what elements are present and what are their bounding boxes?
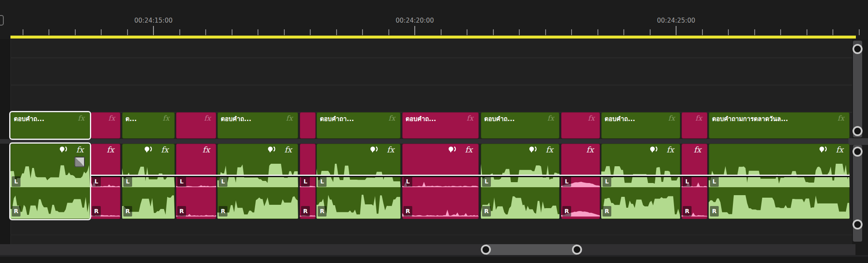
audio-channel-divider <box>10 176 850 177</box>
audio-clip[interactable]: fxLR <box>176 144 216 219</box>
channel-right-badge: R <box>562 206 571 217</box>
fx-badge[interactable]: fx <box>694 145 701 154</box>
audio-clip[interactable]: fxLR <box>402 144 479 219</box>
video-scroll-handle-bottom[interactable] <box>853 126 863 136</box>
fx-badge[interactable]: fx <box>467 114 473 122</box>
scrollbar-splitter[interactable] <box>848 138 868 145</box>
minor-tick <box>702 29 703 35</box>
clip-indicator-badge <box>74 157 85 167</box>
audio-clip[interactable]: fxLR <box>481 144 559 219</box>
audio-clip[interactable]: fxLR <box>709 144 850 219</box>
video-clip[interactable]: fx <box>91 112 120 139</box>
video-clip[interactable] <box>300 112 316 139</box>
video-vertical-scrollbar[interactable] <box>853 41 862 137</box>
video-clip[interactable]: fx <box>561 112 600 139</box>
fx-badge[interactable]: fx <box>78 114 84 122</box>
video-clip-label: ตอบคำถ... <box>221 114 251 124</box>
video-clip[interactable]: ตอบคำถ...fx <box>402 112 479 139</box>
minor-tick <box>623 29 624 35</box>
horizontal-scrollbar-track[interactable] <box>0 244 855 255</box>
speech-audio-icon <box>144 146 153 153</box>
track-divider-line <box>10 57 852 58</box>
audio-clip[interactable]: fxLR <box>682 144 707 219</box>
time-ruler[interactable]: 00:24:15:0000:24:20:0000:24:25:00 <box>0 0 868 39</box>
video-clip[interactable]: fx <box>682 112 707 139</box>
video-clip[interactable]: fx <box>176 112 216 139</box>
fx-badge[interactable]: fx <box>284 145 292 154</box>
fx-badge[interactable]: fx <box>836 145 843 154</box>
video-clip[interactable]: ตอบคำถ...fx <box>10 112 90 139</box>
fx-badge[interactable]: fx <box>668 114 675 122</box>
fx-badge[interactable]: fx <box>286 114 293 122</box>
fx-badge[interactable]: fx <box>107 145 114 154</box>
minor-tick <box>832 29 833 35</box>
video-clip[interactable]: ตอบคำถ...fx <box>481 112 559 139</box>
channel-right-badge: R <box>92 206 101 217</box>
track-divider-line <box>10 235 852 235</box>
channel-right-badge: R <box>123 206 132 217</box>
minor-tick <box>127 29 128 35</box>
fx-badge[interactable]: fx <box>76 145 84 154</box>
audio-scroll-handle-top[interactable] <box>853 147 863 157</box>
audio-scroll-handle-bottom[interactable] <box>853 219 863 229</box>
video-clip-label: ตอบคำถามการตลาดวันล... <box>712 114 788 124</box>
channel-right-badge: R <box>219 206 227 217</box>
video-audio-splitter[interactable] <box>0 139 868 144</box>
waveform-right <box>481 193 559 219</box>
minor-tick <box>284 29 285 35</box>
minor-tick <box>23 29 23 35</box>
fx-badge[interactable]: fx <box>388 114 395 122</box>
video-clip[interactable]: ตอบคำถามการตลาดวันล...fx <box>709 112 850 139</box>
channel-left-badge: L <box>602 176 611 187</box>
waveform-left <box>317 161 401 187</box>
fx-badge[interactable]: fx <box>202 145 210 154</box>
video-scroll-handle-top[interactable] <box>853 44 863 54</box>
major-tick <box>153 26 154 35</box>
speech-audio-icon <box>528 146 538 153</box>
channel-left-badge: L <box>318 176 327 187</box>
fx-badge[interactable]: fx <box>163 114 169 122</box>
video-clip[interactable]: ตอบคำถ...fx <box>601 112 680 139</box>
fx-badge[interactable]: fx <box>465 145 472 154</box>
fx-badge[interactable]: fx <box>588 114 595 122</box>
video-clip[interactable]: ตอบคำถ...fx <box>217 112 298 139</box>
timecode-label: 00:24:25:00 <box>657 17 695 24</box>
major-tick <box>676 26 677 35</box>
audio-clip[interactable]: fxLR <box>217 144 298 219</box>
horizontal-scrollbar-thumb[interactable] <box>486 244 577 255</box>
fx-badge[interactable]: fx <box>837 114 844 122</box>
audio-clip[interactable]: fxLR <box>601 144 680 219</box>
audio-clip[interactable]: fxLR <box>317 144 401 219</box>
video-clip[interactable]: ต...fx <box>122 112 175 139</box>
fx-badge[interactable]: fx <box>546 145 553 154</box>
video-clip[interactable]: ตอบคำถา...fx <box>317 112 401 139</box>
audio-clip[interactable]: fxLR <box>10 144 90 219</box>
channel-left-badge: L <box>92 176 101 187</box>
channel-right-badge: R <box>177 206 186 217</box>
channel-left-badge: L <box>123 176 132 187</box>
fx-badge[interactable]: fx <box>547 114 554 122</box>
fx-badge[interactable]: fx <box>204 114 211 122</box>
horizontal-zoom-handle-right[interactable] <box>572 245 582 255</box>
video-clip-label: ตอบคำถ... <box>605 114 635 124</box>
audio-clip[interactable]: LR <box>300 144 316 219</box>
waveform-right <box>317 193 401 219</box>
audio-clip[interactable]: fxLR <box>91 144 120 219</box>
fx-badge[interactable]: fx <box>161 145 168 154</box>
fx-badge[interactable]: fx <box>387 145 394 154</box>
audio-clip[interactable]: fxLR <box>561 144 600 219</box>
waveform-right <box>709 193 850 219</box>
horizontal-zoom-handle-left[interactable] <box>481 245 491 255</box>
fx-badge[interactable]: fx <box>108 114 115 122</box>
speech-audio-icon <box>819 146 828 153</box>
fx-badge[interactable]: fx <box>666 145 674 154</box>
clipped-control[interactable] <box>0 15 4 26</box>
minor-tick <box>232 29 232 35</box>
fx-badge[interactable]: fx <box>586 145 594 154</box>
channel-right-badge: R <box>482 206 491 217</box>
waveform-right <box>217 193 298 219</box>
work-area-bar[interactable] <box>10 36 856 39</box>
video-clip-label: ตอบคำถา... <box>320 114 354 124</box>
fx-badge[interactable]: fx <box>695 114 702 122</box>
audio-clip[interactable]: fxLR <box>122 144 175 219</box>
